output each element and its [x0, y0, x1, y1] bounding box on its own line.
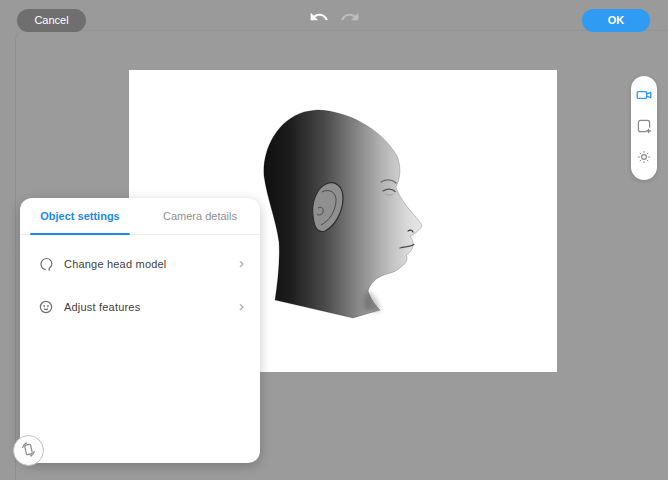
item-label: Change head model: [64, 258, 239, 270]
rotate-canvas-icon: [19, 440, 38, 462]
change-head-model-item[interactable]: Change head model ›: [20, 242, 260, 285]
item-label: Adjust features: [64, 301, 239, 313]
transform-tool-button[interactable]: [633, 117, 655, 139]
transform-object-icon: [635, 117, 653, 139]
face-features-icon: [37, 298, 54, 315]
chevron-right-icon: ›: [239, 298, 244, 315]
head-outline-icon: [37, 255, 54, 272]
redo-arrow-icon: [339, 7, 361, 27]
editor-screen: Cancel OK: [0, 0, 668, 480]
camera-tool-button[interactable]: [633, 86, 655, 108]
tab-camera-details[interactable]: Camera details: [140, 198, 260, 234]
brightness-icon: [635, 148, 653, 170]
chevron-right-icon: ›: [239, 255, 244, 272]
video-camera-icon: [635, 86, 653, 108]
panel-tabs: Object settings Camera details: [20, 198, 260, 235]
rotate-canvas-button[interactable]: [13, 435, 44, 466]
adjust-features-item[interactable]: Adjust features ›: [20, 285, 260, 328]
tab-object-settings[interactable]: Object settings: [20, 198, 140, 234]
undo-arrow-icon: [308, 7, 330, 27]
ok-button[interactable]: OK: [582, 9, 650, 32]
undo-button[interactable]: [308, 6, 330, 28]
cancel-button[interactable]: Cancel: [17, 9, 86, 32]
settings-panel: Object settings Camera details Change he…: [20, 198, 260, 463]
redo-button[interactable]: [339, 6, 361, 28]
brightness-tool-button[interactable]: [633, 148, 655, 170]
viewport-toolbar: [631, 76, 657, 180]
